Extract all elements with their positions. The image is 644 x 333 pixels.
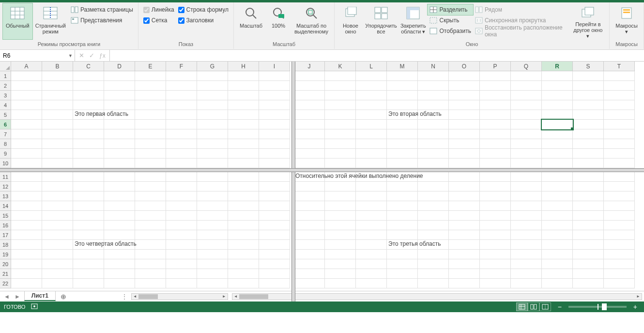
- cell[interactable]: [42, 91, 73, 100]
- cell[interactable]: [73, 279, 104, 288]
- horizontal-split-bar[interactable]: [0, 168, 644, 172]
- cell[interactable]: [228, 139, 259, 149]
- cell[interactable]: Относительно этой ячейки выполнено делен…: [294, 172, 325, 182]
- cell[interactable]: [418, 120, 449, 129]
- cell[interactable]: [573, 182, 604, 191]
- cell[interactable]: [259, 120, 290, 129]
- hscroll-left[interactable]: ◄►: [131, 293, 228, 300]
- cell[interactable]: [604, 250, 635, 259]
- cell[interactable]: [418, 129, 449, 139]
- cell[interactable]: [573, 120, 604, 129]
- cell[interactable]: [573, 71, 604, 81]
- cell[interactable]: [573, 240, 604, 250]
- cell[interactable]: [73, 71, 104, 81]
- cell[interactable]: [356, 221, 387, 230]
- row-header[interactable]: 13: [0, 191, 11, 201]
- cell[interactable]: [259, 129, 290, 139]
- cell[interactable]: [480, 81, 511, 91]
- col-header[interactable]: G: [197, 62, 228, 71]
- select-all-corner[interactable]: [0, 62, 11, 71]
- cell[interactable]: [387, 120, 418, 129]
- cell[interactable]: [573, 91, 604, 100]
- cell[interactable]: [356, 149, 387, 159]
- cell[interactable]: [604, 149, 635, 159]
- cell[interactable]: [166, 110, 197, 120]
- cell[interactable]: [228, 81, 259, 91]
- cell[interactable]: [166, 91, 197, 100]
- cell[interactable]: [166, 230, 197, 240]
- cell[interactable]: [166, 159, 197, 168]
- cell[interactable]: [42, 139, 73, 149]
- cell[interactable]: [542, 159, 573, 168]
- cell[interactable]: [42, 211, 73, 221]
- cell[interactable]: [42, 250, 73, 259]
- vertical-split-bar[interactable]: [291, 62, 295, 301]
- cell[interactable]: [418, 201, 449, 211]
- cell[interactable]: [449, 201, 480, 211]
- cell[interactable]: [294, 71, 325, 81]
- row-header[interactable]: 3: [0, 91, 11, 100]
- cell[interactable]: [166, 279, 197, 288]
- cell[interactable]: [449, 279, 480, 288]
- cell[interactable]: [11, 221, 42, 230]
- cell[interactable]: [197, 120, 228, 129]
- cell[interactable]: [418, 100, 449, 110]
- cell[interactable]: [294, 159, 325, 168]
- cell[interactable]: [418, 259, 449, 269]
- cell[interactable]: [228, 159, 259, 168]
- cell[interactable]: [325, 91, 356, 100]
- cell[interactable]: [11, 110, 42, 120]
- cell[interactable]: [259, 279, 290, 288]
- col-header[interactable]: K: [325, 62, 356, 71]
- cell[interactable]: [166, 201, 197, 211]
- col-header[interactable]: Q: [511, 62, 542, 71]
- cell[interactable]: [573, 259, 604, 269]
- cell[interactable]: [325, 250, 356, 259]
- cell[interactable]: [197, 129, 228, 139]
- cell[interactable]: [197, 100, 228, 110]
- cell[interactable]: [197, 269, 228, 279]
- cell[interactable]: [387, 159, 418, 168]
- cell[interactable]: [135, 120, 166, 129]
- cell[interactable]: [294, 191, 325, 201]
- cell[interactable]: [356, 159, 387, 168]
- cell[interactable]: [135, 259, 166, 269]
- page-layout-button[interactable]: Разметка страницы: [69, 4, 135, 15]
- cell[interactable]: [228, 211, 259, 221]
- cell[interactable]: [542, 81, 573, 91]
- cell[interactable]: [135, 91, 166, 100]
- cell[interactable]: [11, 182, 42, 191]
- cell[interactable]: [480, 191, 511, 201]
- confirm-icon[interactable]: ✓: [89, 52, 94, 59]
- cell[interactable]: [387, 279, 418, 288]
- cell[interactable]: [42, 279, 73, 288]
- cell[interactable]: [11, 259, 42, 269]
- cell[interactable]: [259, 172, 290, 182]
- cell[interactable]: [197, 172, 228, 182]
- cell[interactable]: [604, 259, 635, 269]
- cell[interactable]: [294, 221, 325, 230]
- cell[interactable]: [604, 221, 635, 230]
- cell[interactable]: [135, 211, 166, 221]
- cell[interactable]: [573, 230, 604, 240]
- cell[interactable]: [418, 71, 449, 81]
- cell[interactable]: [228, 221, 259, 230]
- cell[interactable]: [259, 110, 290, 120]
- cell[interactable]: Это первая область: [73, 110, 104, 120]
- cell[interactable]: [197, 279, 228, 288]
- cell[interactable]: [294, 240, 325, 250]
- row-header[interactable]: 11: [0, 172, 11, 182]
- cell[interactable]: [418, 159, 449, 168]
- split-button[interactable]: Разделить: [428, 4, 473, 15]
- pagebreak-view-button[interactable]: Страничный режим: [32, 3, 69, 39]
- cell[interactable]: [325, 182, 356, 191]
- row-header[interactable]: 19: [0, 250, 11, 259]
- cell[interactable]: [604, 139, 635, 149]
- cell[interactable]: [135, 269, 166, 279]
- cell[interactable]: [73, 172, 104, 182]
- cell[interactable]: Это вторая область: [387, 110, 418, 120]
- fx-icon[interactable]: ƒx: [99, 52, 106, 59]
- cell[interactable]: [294, 279, 325, 288]
- cell[interactable]: [542, 91, 573, 100]
- cell[interactable]: [166, 221, 197, 230]
